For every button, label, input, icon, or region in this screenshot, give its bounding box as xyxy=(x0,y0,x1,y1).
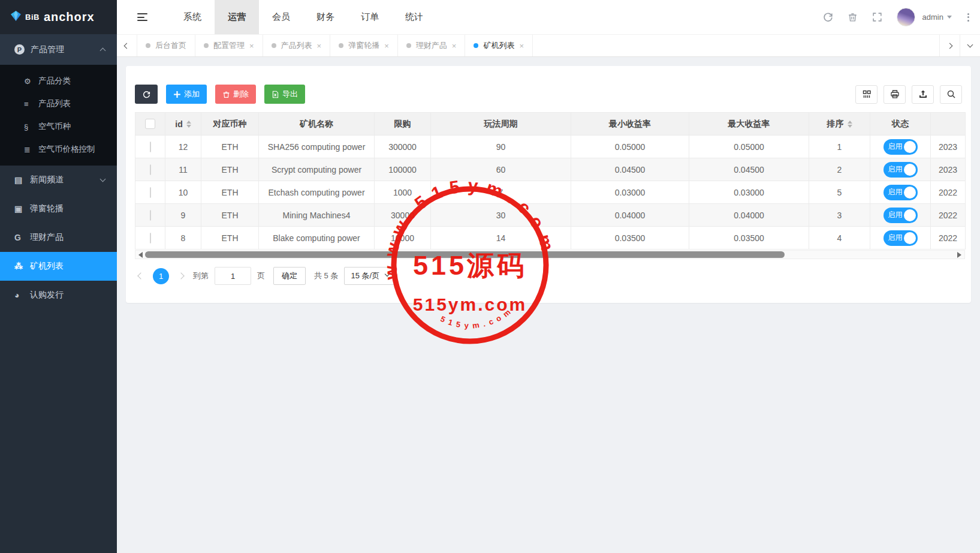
sort-icon[interactable] xyxy=(848,121,852,128)
add-button[interactable]: 添加 xyxy=(166,85,207,104)
status-toggle[interactable]: 启用 xyxy=(883,162,918,178)
user-menu[interactable]: admin xyxy=(922,13,952,22)
tabs-scroll-left-button[interactable] xyxy=(117,35,137,56)
cell-created: 2023 xyxy=(931,158,966,181)
sort-icon[interactable] xyxy=(186,121,191,128)
confirm-button[interactable]: 确定 xyxy=(273,267,306,285)
sidebar-item-label: 矿机列表 xyxy=(30,261,64,272)
row-checkbox[interactable] xyxy=(150,233,151,244)
refresh-button[interactable] xyxy=(135,85,158,104)
close-icon[interactable]: × xyxy=(317,42,322,50)
sidebar-group-product-manage[interactable]: P产品管理 xyxy=(0,34,117,65)
tabs-dropdown-button[interactable] xyxy=(960,35,980,56)
status-toggle[interactable]: 启用 xyxy=(883,139,918,155)
cell-coin: ETH xyxy=(201,136,259,158)
tab-config-manage[interactable]: 配置管理× xyxy=(195,35,263,56)
coil-icon: § xyxy=(24,122,38,131)
tab-label: 配置管理 xyxy=(213,40,245,51)
page-content: 添加 删除 导出 xyxy=(117,57,980,553)
scroll-left-arrow[interactable] xyxy=(138,252,143,258)
close-icon[interactable]: × xyxy=(384,42,389,50)
row-checkbox[interactable] xyxy=(150,164,151,175)
brand-name: anchorx xyxy=(44,10,95,24)
cell-min_rate: 0.04500 xyxy=(571,158,689,181)
page-number-button[interactable]: 1 xyxy=(153,268,169,284)
column-header-id[interactable]: id xyxy=(165,113,201,136)
more-menu-icon[interactable] xyxy=(966,12,970,23)
top-nav-item-system[interactable]: 系统 xyxy=(170,0,215,34)
delete-button[interactable]: 删除 xyxy=(215,85,256,104)
cell-period: 14 xyxy=(431,227,571,250)
tab-product-list[interactable]: 产品列表× xyxy=(263,35,331,56)
excel-file-icon xyxy=(272,91,279,98)
select-all-checkbox[interactable] xyxy=(145,119,155,129)
sidebar-toggle-icon[interactable] xyxy=(137,13,147,21)
sidebar-item-product-category[interactable]: ⚙产品分类 xyxy=(0,70,117,92)
sidebar-item-miner-list[interactable]: ⁂矿机列表 xyxy=(0,252,117,281)
tab-home[interactable]: 后台首页 xyxy=(137,35,195,56)
top-nav-item-operation[interactable]: 运营 xyxy=(215,0,259,34)
sidebar-item-label: 产品分类 xyxy=(38,76,71,86)
tab-dot-icon xyxy=(272,43,276,48)
status-toggle[interactable]: 启用 xyxy=(883,208,918,223)
table-row: 10ETHEtchash computing power100070.03000… xyxy=(135,181,966,204)
goto-prefix-label: 到第 xyxy=(193,271,209,281)
cell-status: 启用 xyxy=(870,136,931,158)
close-icon[interactable]: × xyxy=(519,42,524,50)
sidebar-item-air-coin-price[interactable]: ≣空气币价格控制 xyxy=(0,138,117,161)
next-page-button[interactable] xyxy=(175,274,187,278)
card-toolbar: 添加 删除 导出 xyxy=(135,85,962,104)
tab-miner-list[interactable]: 矿机列表× xyxy=(465,35,533,56)
sidebar-item-news-channel[interactable]: ▤新闻频道 xyxy=(0,166,117,194)
row-checkbox[interactable] xyxy=(150,187,151,198)
sidebar-item-air-coin-type[interactable]: §空气币种 xyxy=(0,115,117,138)
refresh-icon[interactable] xyxy=(823,12,833,22)
sidebar-item-subscribe-issue[interactable]: ◕认购发行 xyxy=(0,281,117,309)
export-icon xyxy=(918,89,928,99)
sidebar-item-popup-carousel[interactable]: ▣弹窗轮播 xyxy=(0,194,117,223)
user-avatar[interactable] xyxy=(897,8,915,26)
pagination: 1 到第 页 确定 共 5 条 15 条/页 xyxy=(135,267,962,285)
top-nav-item-order[interactable]: 订单 xyxy=(348,0,392,34)
main-area: 系统运营会员财务订单统计 xyxy=(117,0,980,553)
sidebar-item-finance-product[interactable]: G理财产品 xyxy=(0,223,117,252)
cell-max_rate: 0.03500 xyxy=(689,227,809,250)
brand-logo[interactable]: BiB anchorx xyxy=(0,0,117,34)
search-button[interactable] xyxy=(940,85,962,104)
tabs-scroll-right-button[interactable] xyxy=(939,35,960,56)
tab-popup-carousel[interactable]: 弹窗轮播× xyxy=(330,35,398,56)
status-label: 启用 xyxy=(888,187,903,197)
table-row: 9ETHMining Machines430000300.040000.0400… xyxy=(135,204,966,227)
top-nav-item-stats[interactable]: 统计 xyxy=(392,0,436,34)
print-button[interactable] xyxy=(883,85,906,104)
status-toggle[interactable]: 启用 xyxy=(883,230,918,246)
top-nav-item-finance[interactable]: 财务 xyxy=(303,0,348,34)
export-button[interactable]: 导出 xyxy=(264,85,305,104)
tab-label: 理财产品 xyxy=(416,40,447,51)
goto-page-input[interactable] xyxy=(215,267,251,285)
row-checkbox[interactable] xyxy=(150,142,151,152)
columns-toggle-button[interactable] xyxy=(855,85,878,104)
fullscreen-icon[interactable] xyxy=(872,12,882,22)
scrollbar-thumb[interactable] xyxy=(145,251,785,258)
top-nav-item-member[interactable]: 会员 xyxy=(259,0,303,34)
tab-dot-icon xyxy=(146,43,150,48)
page-size-select[interactable]: 15 条/页 xyxy=(344,267,396,285)
status-toggle[interactable]: 启用 xyxy=(883,185,918,200)
close-icon[interactable]: × xyxy=(452,42,457,50)
cell-check xyxy=(135,136,165,158)
tab-finance-product[interactable]: 理财产品× xyxy=(398,35,466,56)
scrollbar-track[interactable] xyxy=(145,251,955,258)
column-header-sort[interactable]: 排序 xyxy=(809,113,870,136)
export-data-button[interactable] xyxy=(912,85,934,104)
prev-page-button[interactable] xyxy=(135,274,147,278)
chevron-down-icon xyxy=(100,176,106,182)
tab-dot-icon xyxy=(406,43,411,48)
column-label: id xyxy=(175,119,182,129)
cell-min_rate: 0.05000 xyxy=(571,136,689,158)
trash-icon[interactable] xyxy=(848,12,858,22)
sidebar-item-product-list[interactable]: ≡产品列表 xyxy=(0,92,117,115)
row-checkbox[interactable] xyxy=(150,210,151,221)
scroll-right-arrow[interactable] xyxy=(957,252,961,258)
close-icon[interactable]: × xyxy=(249,42,254,50)
